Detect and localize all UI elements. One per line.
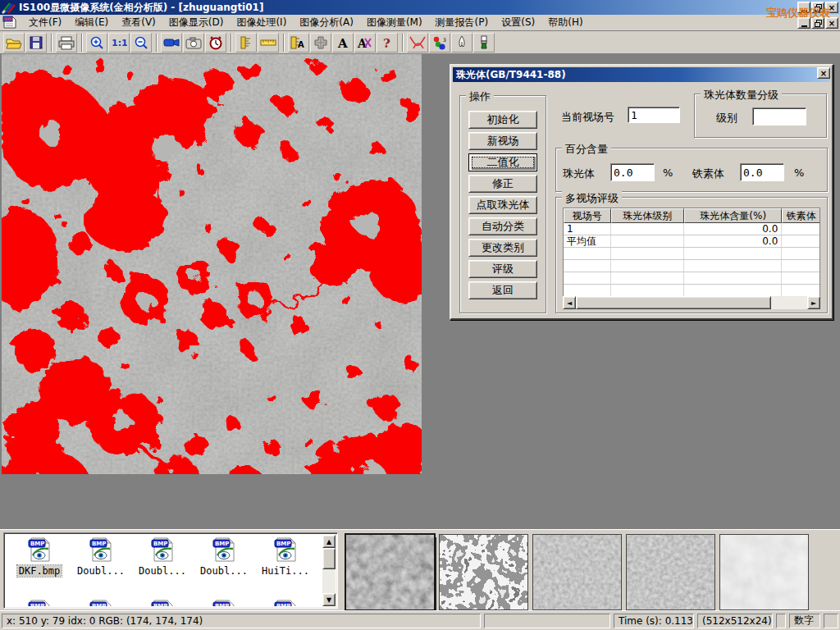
open-folder-icon [6,35,22,50]
child-minimize-button[interactable] [797,17,810,29]
annotate-button[interactable]: A [354,33,376,52]
grade-button[interactable]: 评级 [468,260,537,278]
hscroll-thumb[interactable] [576,296,771,309]
scroll-up-arrow[interactable]: ▲ [322,535,336,548]
video-capture-button[interactable] [161,33,182,52]
vscroll-thumb[interactable] [322,548,336,569]
save-button[interactable] [25,33,47,52]
bmp-file-icon: BMP [272,599,299,606]
minimize-button[interactable] [797,2,810,13]
svg-text:BMP: BMP [92,603,106,606]
return-button[interactable]: 返回 [468,281,537,299]
bmp-file-icon: BMP [149,536,176,563]
file-name[interactable]: HuiTi... [260,565,311,577]
col-pearlite-grade[interactable]: 珠光体级别 [611,208,684,223]
file-item[interactable]: BMP [134,599,191,606]
file-name-selected[interactable]: DKF.bmp [17,565,62,577]
menu-file[interactable]: 文件(F) [22,14,68,31]
file-item[interactable]: BMP [195,599,253,606]
timer-button[interactable] [205,33,226,52]
menu-image-analysis[interactable]: 图像分析(A) [293,14,360,31]
thumbnail-1[interactable] [346,535,434,609]
file-item[interactable]: BMP [257,599,314,606]
thumbnail-2[interactable] [440,535,527,609]
level-input[interactable] [752,107,806,126]
ferrite-percent-input[interactable] [740,163,784,181]
new-field-button[interactable]: 新视场 [468,132,537,150]
file-name[interactable]: Doubl... [199,565,249,577]
col-field-no[interactable]: 视场号 [564,208,611,223]
current-field-input[interactable] [628,107,680,123]
thumbnail-5[interactable] [720,535,808,609]
auto-classify-button[interactable]: 自动分类 [468,217,537,235]
grid-button[interactable] [310,33,331,52]
help-button[interactable]: ? [377,33,398,52]
file-item[interactable]: BMP DKF.bmp [11,536,68,577]
toolbar: 1:1 A A A ? 3 [0,31,840,54]
open-button[interactable] [3,33,25,52]
menu-image-process[interactable]: 图像处理(I) [230,14,293,31]
child-restore-icon [815,20,822,27]
brush-tool-button[interactable] [473,33,495,52]
grade-group: 珠光体数量分级 级别 [694,94,827,138]
file-name[interactable]: Doubl... [75,565,126,577]
file-browser[interactable]: BMP DKF.bmp BMP Doubl... [3,532,338,609]
micrograph-image[interactable] [2,54,422,474]
scroll-down-arrow[interactable]: ▼ [322,593,336,606]
classify-button[interactable]: 3 [429,33,450,52]
print-button[interactable] [56,33,77,52]
ruler-text-icon: A [290,35,307,50]
pen-tool-button[interactable] [451,33,472,52]
init-button[interactable]: 初始化 [468,111,537,129]
document-icon[interactable]: DOC [2,16,17,30]
thumbnail-3[interactable] [533,535,621,609]
binarize-button[interactable]: 二值化 [468,153,537,171]
pick-pearlite-button[interactable]: 点取珠光体 [468,196,537,214]
snapshot-button[interactable] [183,33,204,52]
menu-measure-report[interactable]: 测量报告(P) [429,14,495,31]
measure-text-button[interactable]: A [288,33,309,52]
menu-image-measure[interactable]: 图像测量(M) [360,14,429,31]
svg-text:DOC: DOC [4,17,14,21]
text-button[interactable]: A [332,33,354,52]
pearlite-percent-input[interactable] [610,163,655,181]
file-item[interactable]: BMP [11,599,68,606]
menu-edit[interactable]: 编辑(E) [68,14,115,31]
ferrite-percent-unit: % [794,167,804,179]
dialog-title-bar[interactable]: 珠光体(GB/T9441-88) [453,67,830,82]
rating-table[interactable]: 视场号 珠光体级别 珠光体含量(%) 铁素体 1 0.0 平均值 [563,208,820,298]
zoom-out-button[interactable] [130,33,152,52]
file-item[interactable]: BMP Doubl... [134,536,191,577]
child-close-button[interactable]: × [825,17,838,29]
table-row[interactable]: 平均值 0.0 [564,235,819,248]
thumbnail-4[interactable] [627,535,714,609]
menu-settings[interactable]: 设置(S) [495,14,541,31]
file-item[interactable]: BMP [72,599,130,606]
child-restore-button[interactable] [811,17,824,29]
table-hscrollbar[interactable]: ◄ ► [563,296,820,309]
zoom-in-button[interactable] [86,33,107,52]
menu-image-display[interactable]: 图像显示(D) [162,14,231,31]
actual-size-button[interactable]: 1:1 [108,33,130,52]
restore-button[interactable] [811,2,824,13]
dialog-close-button[interactable]: × [817,67,830,79]
correct-button[interactable]: 修正 [468,175,537,193]
col-pearlite-content[interactable]: 珠光体含量(%) [684,208,782,223]
file-item[interactable]: BMP Doubl... [72,536,130,577]
file-item[interactable]: BMP HuiTi... [257,536,314,577]
ruler-button[interactable] [258,33,279,52]
caliper-button[interactable] [235,33,257,52]
close-button[interactable]: × [825,2,838,13]
menu-view[interactable]: 查看(V) [115,14,162,31]
scroll-right-arrow[interactable]: ► [807,296,820,309]
file-browser-vscrollbar[interactable]: ▲ ▼ [322,535,336,606]
file-name[interactable]: Doubl... [137,565,188,577]
menu-help[interactable]: 帮助(H) [541,14,589,31]
col-ferrite[interactable]: 铁素体 [782,208,819,223]
file-item[interactable]: BMP Doubl... [195,536,253,577]
table-row[interactable]: 1 0.0 [564,223,819,235]
workspace: 珠光体(GB/T9441-88) × 操作 初始化 新视场 二值化 修正 点取珠… [0,54,840,529]
scroll-left-arrow[interactable]: ◄ [563,296,576,309]
curve-tool-button[interactable] [407,33,428,52]
change-class-button[interactable]: 更改类别 [468,239,537,257]
